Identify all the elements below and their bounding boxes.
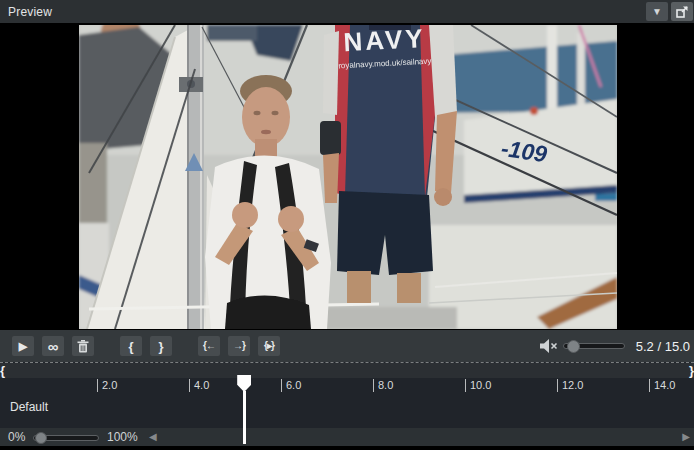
in-point-marker[interactable]: { xyxy=(0,363,5,378)
trash-icon xyxy=(77,340,89,353)
play-icon: ▶ xyxy=(19,341,27,352)
set-out-button[interactable]: } xyxy=(150,336,172,356)
bottom-border xyxy=(0,446,694,450)
track-label: Default xyxy=(10,400,48,414)
titlebar: Preview ▼ xyxy=(0,0,694,23)
timeline-ruler[interactable]: 2.04.06.08.010.012.014.0 xyxy=(0,378,694,394)
playhead-head-icon xyxy=(237,375,251,392)
speaker-muted-icon xyxy=(538,338,560,354)
panel-menu-button[interactable]: ▼ xyxy=(646,2,668,21)
out-point-marker[interactable]: } xyxy=(689,363,694,378)
zoom-value-label: 100% xyxy=(107,430,138,444)
video-stage: NAVY royalnavy.mod.uk/sailnavy -109 xyxy=(0,23,694,330)
go-to-out-button[interactable]: →} xyxy=(228,336,250,356)
track-row-default[interactable]: Default xyxy=(0,394,694,424)
go-to-in-icon: {← xyxy=(203,341,215,351)
popout-icon xyxy=(675,5,689,19)
set-in-button[interactable]: { xyxy=(120,336,142,356)
time-display: 5.2 / 15.0 xyxy=(636,339,690,354)
play-button[interactable]: ▶ xyxy=(12,336,34,356)
loop-icon: ∞ xyxy=(48,339,59,354)
zoom-slider-handle[interactable] xyxy=(35,432,47,444)
scroll-right-arrow[interactable]: ▶ xyxy=(682,430,690,444)
playhead[interactable] xyxy=(237,375,251,444)
preview-panel: Preview ▼ xyxy=(0,0,694,450)
go-to-in-button[interactable]: {← xyxy=(198,336,220,356)
chevron-down-icon: ▼ xyxy=(652,7,662,17)
in-out-strip[interactable]: { } xyxy=(0,363,694,378)
video-content: NAVY royalnavy.mod.uk/sailnavy -109 xyxy=(79,25,617,329)
mute-button[interactable] xyxy=(538,338,560,354)
set-in-icon: { xyxy=(128,340,133,353)
play-range-icon: {▸} xyxy=(264,341,274,351)
play-range-button[interactable]: {▸} xyxy=(258,336,280,356)
go-to-out-icon: →} xyxy=(233,341,245,351)
scroll-left-arrow[interactable]: ◀ xyxy=(149,430,157,444)
zoom-min-label: 0% xyxy=(8,430,25,444)
popout-button[interactable] xyxy=(671,2,693,21)
zoom-bar: 0% 100% ◀ ▶ xyxy=(0,428,694,446)
timeline[interactable]: { } 2.04.06.08.010.012.014.0 Default xyxy=(0,362,694,428)
panel-title: Preview xyxy=(0,5,52,19)
loop-button[interactable]: ∞ xyxy=(42,336,64,356)
video-frame: NAVY royalnavy.mod.uk/sailnavy -109 xyxy=(79,25,617,329)
video-shirt-brand-text: NAVY xyxy=(343,25,427,57)
volume-slider-handle[interactable] xyxy=(567,340,580,353)
playhead-line xyxy=(243,391,246,444)
set-out-icon: } xyxy=(158,340,163,353)
delete-button[interactable] xyxy=(72,336,94,356)
